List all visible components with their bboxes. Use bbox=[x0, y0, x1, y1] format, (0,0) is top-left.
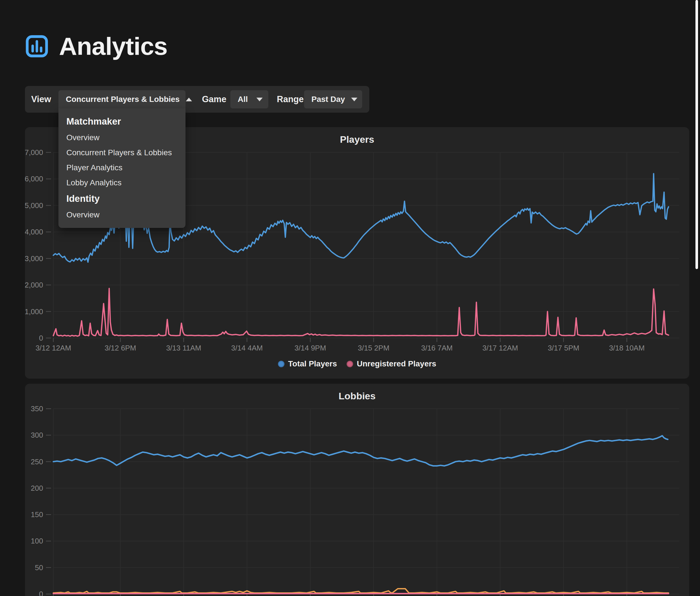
svg-text:150: 150 bbox=[31, 510, 43, 519]
svg-text:6,000: 6,000 bbox=[25, 175, 43, 183]
svg-text:0: 0 bbox=[39, 334, 43, 342]
lobbies-card: 050100150200250300350 Lobbies bbox=[25, 384, 689, 596]
page-header: Analytics bbox=[25, 32, 167, 61]
menu-section-heading: Matchmaker bbox=[58, 116, 185, 127]
menu-item[interactable]: Lobby Analytics bbox=[58, 178, 185, 187]
chevron-down-icon bbox=[256, 98, 263, 101]
svg-text:300: 300 bbox=[31, 431, 43, 439]
svg-text:3/13 11AM: 3/13 11AM bbox=[166, 344, 201, 352]
legend-dot-icon bbox=[278, 361, 284, 367]
lobbies-chart-title: Lobbies bbox=[25, 391, 689, 402]
svg-text:2,000: 2,000 bbox=[25, 281, 43, 289]
filter-toolbar: View Concurrent Players & Lobbies Matchm… bbox=[25, 86, 369, 113]
svg-text:100: 100 bbox=[31, 537, 43, 545]
svg-text:1,000: 1,000 bbox=[25, 307, 43, 316]
game-select[interactable]: All bbox=[230, 90, 268, 108]
view-label: View bbox=[31, 94, 58, 104]
game-label: Game bbox=[202, 94, 230, 104]
svg-text:0: 0 bbox=[39, 590, 43, 596]
svg-text:3/16 7AM: 3/16 7AM bbox=[421, 344, 453, 352]
menu-item[interactable]: Concurrent Players & Lobbies bbox=[58, 148, 185, 157]
menu-item[interactable]: Overview bbox=[58, 133, 185, 142]
legend-label: Total Players bbox=[288, 359, 337, 368]
analytics-page: Analytics View Concurrent Players & Lobb… bbox=[0, 0, 700, 596]
svg-text:3/12 12AM: 3/12 12AM bbox=[35, 344, 71, 352]
menu-item[interactable]: Overview bbox=[58, 210, 185, 219]
vertical-scrollbar-thumb[interactable] bbox=[696, 0, 698, 269]
legend-label: Unregistered Players bbox=[357, 359, 436, 368]
range-select-value: Past Day bbox=[311, 95, 345, 104]
game-select-value: All bbox=[238, 95, 248, 104]
svg-text:3/14 9PM: 3/14 9PM bbox=[294, 344, 326, 352]
lobbies-chart: 050100150200250300350 bbox=[25, 384, 689, 596]
svg-text:4,000: 4,000 bbox=[25, 228, 43, 236]
menu-section-heading: Identity bbox=[58, 193, 185, 204]
players-legend: Total PlayersUnregistered Players bbox=[25, 359, 689, 368]
svg-text:7,000: 7,000 bbox=[25, 148, 43, 157]
svg-text:3/12 6PM: 3/12 6PM bbox=[105, 344, 136, 352]
range-label: Range bbox=[277, 94, 304, 104]
svg-text:250: 250 bbox=[31, 457, 43, 466]
page-title: Analytics bbox=[59, 32, 167, 61]
view-select[interactable]: Concurrent Players & Lobbies MatchmakerO… bbox=[58, 90, 185, 108]
svg-text:350: 350 bbox=[31, 404, 43, 413]
range-select[interactable]: Past Day bbox=[304, 90, 362, 108]
view-select-value: Concurrent Players & Lobbies bbox=[66, 95, 180, 104]
menu-item[interactable]: Player Analytics bbox=[58, 163, 185, 172]
chevron-up-icon bbox=[186, 98, 192, 101]
legend-dot-icon bbox=[346, 361, 353, 367]
svg-text:3/17 12AM: 3/17 12AM bbox=[483, 344, 518, 352]
svg-text:50: 50 bbox=[35, 563, 43, 572]
svg-text:3/15 2PM: 3/15 2PM bbox=[358, 344, 389, 352]
svg-text:200: 200 bbox=[31, 484, 43, 492]
chevron-down-icon bbox=[351, 98, 357, 101]
svg-text:3/17 5PM: 3/17 5PM bbox=[548, 344, 579, 352]
svg-text:3/14 4AM: 3/14 4AM bbox=[231, 344, 263, 352]
svg-text:3,000: 3,000 bbox=[25, 254, 43, 263]
legend-item[interactable]: Total Players bbox=[278, 359, 337, 368]
svg-text:5,000: 5,000 bbox=[25, 201, 43, 210]
svg-text:3/18 10AM: 3/18 10AM bbox=[609, 344, 645, 352]
bar-chart-icon bbox=[25, 34, 49, 58]
view-menu: MatchmakerOverviewConcurrent Players & L… bbox=[58, 108, 185, 228]
legend-item[interactable]: Unregistered Players bbox=[346, 359, 436, 368]
